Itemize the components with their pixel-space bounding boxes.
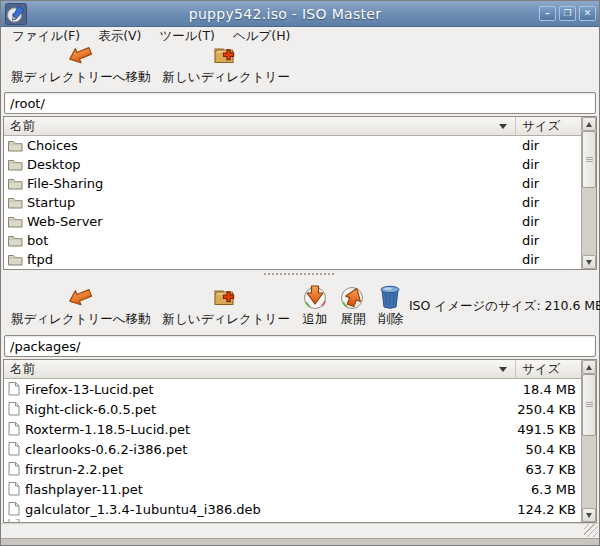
- list-item[interactable]: galculator_1.3.4-1ubuntu4_i386.deb124.2 …: [4, 499, 581, 519]
- iso-column-size[interactable]: サイズ: [515, 360, 581, 378]
- fs-path-row: [1, 90, 599, 116]
- item-name: Right-click-6.0.5.pet: [4, 401, 515, 417]
- file-icon: [7, 501, 21, 517]
- disc-add-icon: [302, 284, 328, 310]
- fs-new-dir-button[interactable]: 新しいディレクトリー: [157, 41, 296, 87]
- pane-splitter[interactable]: [1, 270, 599, 278]
- item-size: dir: [515, 195, 581, 210]
- iso-column-name[interactable]: 名前: [4, 360, 515, 378]
- iso-new-dir-button[interactable]: 新しいディレクトリー: [157, 283, 296, 329]
- item-name: Desktop: [4, 157, 515, 172]
- fs-parent-dir-button[interactable]: 親ディレクトリーへ移動: [5, 41, 157, 87]
- item-size: dir: [515, 252, 581, 267]
- list-item[interactable]: clearlooks-0.6.2-i386.pet50.4 KB: [4, 439, 581, 459]
- item-size: dir: [515, 157, 581, 172]
- list-item[interactable]: Roxterm-1.18.5-Lucid.pet491.5 KB: [4, 419, 581, 439]
- titlebar[interactable]: puppy542.iso - ISO Master – ❐ ✕: [1, 1, 599, 27]
- folder-plus-icon: [212, 42, 240, 68]
- window-bottom-frame: [1, 538, 599, 545]
- arrow-back-orange-icon: [67, 284, 94, 310]
- folder-icon: [7, 195, 23, 210]
- iso-list-body: Firefox-13-Lucid.pet18.4 MBRight-click-6…: [4, 379, 581, 522]
- iso-master-window: puppy542.iso - ISO Master – ❐ ✕ ファイル(F) …: [0, 0, 600, 546]
- list-item[interactable]: flashplayer-11.pet6.3 MB: [4, 479, 581, 499]
- fs-path-input[interactable]: [4, 92, 596, 114]
- scroll-down-icon[interactable]: [582, 255, 596, 269]
- list-item[interactable]: File-Sharingdir: [4, 174, 581, 193]
- list-item[interactable]: Web-Serverdir: [4, 212, 581, 231]
- item-size: 250.4 KB: [515, 402, 581, 417]
- iso-scrollbar[interactable]: [581, 360, 596, 522]
- scroll-down-icon[interactable]: [582, 508, 596, 522]
- list-item[interactable]: ftpddir: [4, 250, 581, 269]
- list-item-partial[interactable]: [4, 519, 581, 522]
- folder-icon: [7, 214, 23, 229]
- fs-column-size[interactable]: サイズ: [515, 117, 581, 135]
- folder-icon: [7, 176, 23, 191]
- item-size: 124.2 KB: [515, 502, 581, 517]
- fs-new-dir-label: 新しいディレクトリー: [163, 69, 290, 86]
- file-icon: [7, 421, 21, 437]
- item-name: Choices: [4, 138, 515, 153]
- close-button[interactable]: ✕: [579, 6, 596, 21]
- item-size: dir: [515, 176, 581, 191]
- item-size: dir: [515, 214, 581, 229]
- list-item[interactable]: botdir: [4, 231, 581, 250]
- maximize-button[interactable]: ❐: [559, 6, 576, 21]
- iso-list-header: 名前 サイズ: [4, 360, 581, 379]
- item-size: 63.7 KB: [515, 462, 581, 477]
- iso-extract-button[interactable]: 展開: [334, 283, 372, 329]
- list-item[interactable]: Firefox-13-Lucid.pet18.4 MB: [4, 379, 581, 399]
- item-name: bot: [4, 233, 515, 248]
- minimize-button[interactable]: –: [539, 6, 556, 21]
- item-name: galculator_1.3.4-1ubuntu4_i386.deb: [4, 501, 515, 517]
- fs-toolbar: 親ディレクトリーへ移動 新しいディレクトリー: [1, 46, 599, 90]
- item-size: dir: [515, 233, 581, 248]
- folder-icon: [7, 252, 23, 267]
- item-name: File-Sharing: [4, 176, 515, 191]
- fs-scroll-thumb[interactable]: [582, 131, 596, 188]
- resize-grip-icon[interactable]: [584, 524, 598, 537]
- iso-add-button[interactable]: 追加: [296, 283, 334, 329]
- folder-icon: [7, 157, 23, 172]
- iso-path-row: [1, 333, 599, 359]
- trash-icon: [378, 284, 402, 310]
- fs-scrollbar[interactable]: [581, 117, 596, 269]
- fs-parent-dir-label: 親ディレクトリーへ移動: [11, 69, 151, 86]
- list-item[interactable]: Choicesdir: [4, 136, 581, 155]
- item-name: Web-Server: [4, 214, 515, 229]
- item-name: clearlooks-0.6.2-i386.pet: [4, 441, 515, 457]
- iso-parent-dir-button[interactable]: 親ディレクトリーへ移動: [5, 283, 157, 329]
- folder-icon: [7, 233, 23, 248]
- window-title: puppy542.iso - ISO Master: [31, 6, 539, 22]
- iso-scroll-thumb[interactable]: [582, 374, 596, 436]
- item-size: 50.4 KB: [515, 442, 581, 457]
- list-item[interactable]: Startupdir: [4, 193, 581, 212]
- folder-plus-icon: [212, 284, 240, 310]
- file-icon: [7, 481, 21, 497]
- iso-toolbar: 親ディレクトリーへ移動 新しいディレクトリー: [1, 278, 599, 333]
- iso-path-input[interactable]: [4, 335, 596, 357]
- fs-list-header: 名前 サイズ: [4, 117, 581, 136]
- list-item[interactable]: Right-click-6.0.5.pet250.4 KB: [4, 399, 581, 419]
- scroll-up-icon[interactable]: [582, 117, 596, 131]
- item-size: dir: [515, 138, 581, 153]
- iso-file-list: 名前 サイズ Firefox-13-Lucid.pet18.4 MBRight-…: [3, 359, 597, 523]
- iso-delete-button[interactable]: 削除: [372, 283, 409, 329]
- item-size: 18.4 MB: [515, 382, 581, 397]
- list-item[interactable]: firstrun-2.2.pet63.7 KB: [4, 459, 581, 479]
- item-name: Roxterm-1.18.5-Lucid.pet: [4, 421, 515, 437]
- arrow-back-orange-icon: [67, 42, 94, 68]
- fs-file-list: 名前 サイズ ChoicesdirDesktopdirFile-Sharingd…: [3, 116, 597, 270]
- iso-image-size-label: ISO イメージのサイズ: 210.6 MB: [409, 298, 600, 315]
- fs-column-name[interactable]: 名前: [4, 117, 515, 135]
- file-icon: [7, 401, 21, 417]
- statusbar: [1, 523, 599, 538]
- scroll-up-icon[interactable]: [582, 360, 596, 374]
- list-item[interactable]: Desktopdir: [4, 155, 581, 174]
- item-size: 491.5 KB: [515, 422, 581, 437]
- item-name: firstrun-2.2.pet: [4, 461, 515, 477]
- iso-master-app-icon: [5, 3, 27, 25]
- item-name: Firefox-13-Lucid.pet: [4, 381, 515, 397]
- file-icon: [7, 381, 21, 397]
